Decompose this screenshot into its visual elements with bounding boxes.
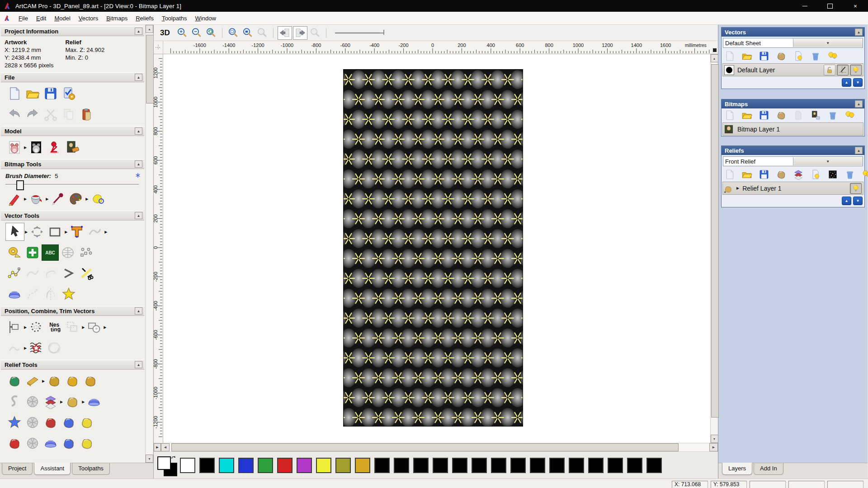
clear-bitmap-layer-icon[interactable]	[792, 109, 805, 121]
node-editing-icon[interactable]	[5, 265, 24, 282]
align-vectors-icon[interactable]	[5, 319, 24, 336]
scroll-down-button[interactable]: ▼	[146, 455, 153, 463]
relief-plane-icon[interactable]	[24, 372, 42, 389]
transfer-to-3d-icon[interactable]	[293, 26, 307, 40]
bitmap-preview-icon[interactable]	[809, 109, 822, 121]
relief-offset-flyout-arrow[interactable]: ▶	[60, 400, 63, 404]
zoom-selection-icon[interactable]	[255, 27, 269, 39]
tab-project[interactable]: Project	[2, 463, 33, 475]
relief-star-icon[interactable]	[5, 414, 24, 431]
tab-layers[interactable]: Layers	[722, 463, 752, 475]
open-vector-layer-icon[interactable]	[741, 50, 753, 62]
vector-doctor-flyout-arrow[interactable]: ▶	[104, 230, 107, 234]
relief-two-rail-icon[interactable]	[81, 372, 99, 389]
lock-layer-icon[interactable]	[824, 65, 835, 75]
relief-paste-icon[interactable]	[63, 393, 81, 410]
palette-swatch-11[interactable]	[394, 458, 409, 473]
align-vectors-flyout-arrow[interactable]: ▶	[24, 325, 27, 329]
relief-flatten-icon[interactable]	[78, 414, 96, 431]
swap-colours-icon[interactable]	[171, 455, 176, 460]
paint-icon[interactable]	[5, 190, 24, 207]
text-on-curve-icon[interactable]	[27, 319, 45, 336]
new-vector-layer-icon[interactable]	[723, 50, 736, 62]
move-layer-up-button[interactable]: ▲	[842, 78, 851, 87]
join-vectors-flyout-arrow[interactable]: ▶	[24, 346, 27, 350]
vector-doctor-icon[interactable]	[86, 223, 104, 240]
snap-to-layer-icon[interactable]	[837, 65, 849, 75]
minimize-button[interactable]	[792, 0, 817, 12]
rollup-button[interactable]: ▲	[135, 127, 142, 135]
relief-envelope-icon[interactable]	[5, 372, 24, 389]
paint-flyout-arrow[interactable]: ▶	[24, 197, 27, 201]
flood-fill-icon[interactable]	[27, 190, 45, 207]
zoom-previous-icon[interactable]	[204, 27, 218, 39]
rollup-button[interactable]: ▲	[855, 100, 863, 108]
left-panel-scrollbar[interactable]: ▲ ▼	[145, 25, 153, 463]
menu-reliefs[interactable]: Reliefs	[132, 13, 158, 23]
menu-bitmaps[interactable]: Bitmaps	[102, 13, 132, 23]
join-vectors-icon[interactable]	[5, 339, 24, 357]
canvas-vertical-scrollbar[interactable]: ▲ ▼	[710, 54, 718, 443]
nesting-icon[interactable]: Nesting	[45, 319, 63, 336]
rollup-button[interactable]: ▲	[135, 74, 142, 81]
relief-carve-icon[interactable]	[5, 435, 24, 452]
scroll-left-button[interactable]: ◀	[161, 443, 170, 451]
layer-name[interactable]: Relief Layer 1	[742, 185, 781, 192]
zoom-object-icon[interactable]	[241, 27, 255, 39]
select-vectors-icon[interactable]	[5, 223, 24, 241]
delete-vector-layer-icon[interactable]	[809, 50, 822, 62]
rollup-button[interactable]: ▲	[135, 307, 142, 314]
palette-swatch-17[interactable]	[510, 458, 526, 473]
2d-view-canvas[interactable]	[163, 54, 710, 443]
rollup-button[interactable]: ▲	[135, 28, 142, 35]
palette-swatch-7[interactable]	[316, 458, 331, 473]
relief-artwork-preview[interactable]	[344, 70, 523, 426]
save-bitmap-layer-icon[interactable]	[758, 109, 770, 121]
view-3d-button[interactable]: 3D	[157, 28, 173, 38]
options-icon[interactable]	[60, 85, 78, 102]
palette-swatch-20[interactable]	[569, 458, 584, 473]
create-text-icon[interactable]	[68, 223, 86, 240]
bitmap-layer-row[interactable]: Bitmap Layer 1	[722, 122, 863, 136]
mirror-vectors-icon[interactable]	[42, 286, 60, 303]
palette-swatch-2[interactable]	[219, 458, 234, 473]
paste-icon[interactable]	[78, 106, 96, 123]
line-style-control[interactable]	[334, 28, 392, 38]
move-layer-up-button[interactable]: ▲	[842, 197, 851, 205]
palette-swatch-23[interactable]	[627, 458, 642, 473]
relief-wave-icon[interactable]	[24, 414, 42, 431]
palette-swatch-5[interactable]	[277, 458, 292, 473]
palette-swatch-9[interactable]	[355, 458, 370, 473]
greyscale-model-icon[interactable]	[27, 139, 45, 156]
toggle-all-relief-layers-icon[interactable]	[861, 169, 868, 180]
palette-swatch-14[interactable]	[452, 458, 467, 473]
slider-thumb[interactable]	[16, 180, 24, 190]
scroll-up-button[interactable]: ▲	[711, 54, 718, 62]
rollup-button[interactable]: ▲	[855, 28, 863, 36]
zoom-box-icon[interactable]	[226, 27, 240, 39]
relief-weave-icon[interactable]	[24, 393, 42, 410]
colour-shading-icon[interactable]	[89, 190, 107, 207]
palette-swatch-24[interactable]	[646, 458, 662, 473]
merge-bitmap-layers-icon[interactable]	[775, 109, 788, 121]
menu-edit[interactable]: Edit	[32, 13, 50, 23]
create-star-icon[interactable]	[60, 286, 78, 303]
toggle-all-vector-layers-icon[interactable]	[826, 50, 839, 62]
cut-icon[interactable]	[42, 106, 60, 123]
palette-swatch-6[interactable]	[297, 458, 312, 473]
save-relief-layer-icon[interactable]	[758, 169, 770, 180]
group-vectors-flyout-arrow[interactable]: ▶	[82, 325, 85, 329]
vector-layer-row[interactable]: Default Layer	[722, 63, 863, 76]
vector-layer-visibility-icon[interactable]	[850, 65, 862, 75]
primary-colour-swatch[interactable]	[157, 456, 171, 470]
relief-glass-icon[interactable]	[85, 393, 103, 410]
free-polyline-icon[interactable]	[24, 286, 42, 303]
relief-blue-sphere-icon[interactable]	[60, 435, 78, 452]
create-rectangle-flyout-arrow[interactable]: ▶	[65, 230, 67, 234]
model-notes-flyout-arrow[interactable]: ▶	[24, 145, 27, 150]
scroll-up-button[interactable]: ▲	[146, 25, 153, 33]
block-array-copy-icon[interactable]	[77, 244, 95, 261]
relief-plane-flyout-arrow[interactable]: ▶	[42, 379, 45, 383]
palette-swatch-3[interactable]	[238, 458, 254, 473]
relief-offset-icon[interactable]	[42, 393, 60, 410]
